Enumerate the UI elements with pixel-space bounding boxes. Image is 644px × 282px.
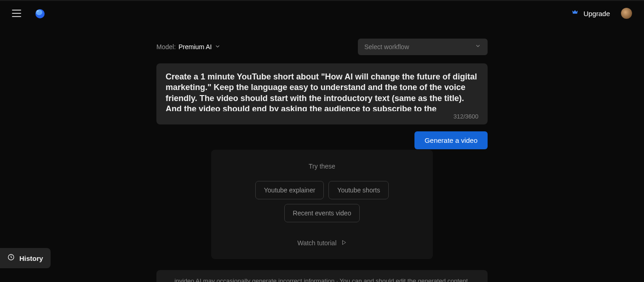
svg-marker-3 — [342, 241, 345, 245]
char-count: 312/3600 — [166, 113, 478, 120]
prompt-input[interactable]: Create a 1 minute YouTube short about "H… — [166, 72, 478, 111]
topbar-left — [12, 8, 45, 19]
history-button[interactable]: History — [0, 248, 51, 268]
menu-button[interactable] — [12, 10, 21, 17]
chip-youtube-shorts[interactable]: Youtube shorts — [328, 181, 389, 199]
chevron-down-icon — [214, 43, 221, 51]
generate-row: Generate a video — [156, 131, 488, 149]
controls-row: Model: Premium AI Select workflow — [156, 39, 488, 55]
suggestions-panel: Try these Youtube explainer Youtube shor… — [211, 150, 433, 259]
workflow-select[interactable]: Select workflow — [358, 39, 488, 55]
play-icon — [341, 239, 347, 247]
upgrade-label: Upgrade — [583, 10, 610, 17]
disclaimer: invideo AI may occasionally generate inc… — [156, 270, 488, 282]
model-selector[interactable]: Model: Premium AI — [156, 43, 221, 51]
upgrade-button[interactable]: Upgrade — [571, 9, 610, 18]
topbar: Upgrade — [0, 1, 644, 26]
crown-icon — [571, 9, 579, 18]
app-logo[interactable] — [34, 8, 45, 19]
chip-recent-events[interactable]: Recent events video — [284, 204, 360, 222]
chip-youtube-explainer[interactable]: Youtube explainer — [255, 181, 324, 199]
avatar[interactable] — [621, 8, 632, 19]
suggestions-heading: Try these — [222, 163, 422, 170]
watch-tutorial-label: Watch tutorial — [297, 239, 336, 247]
model-label: Model: — [156, 43, 176, 51]
watch-tutorial-link[interactable]: Watch tutorial — [297, 239, 346, 247]
svg-point-2 — [37, 10, 39, 12]
prompt-box: Create a 1 minute YouTube short about "H… — [156, 63, 488, 124]
workflow-placeholder: Select workflow — [364, 43, 409, 51]
chevron-down-icon — [475, 43, 481, 51]
generate-button[interactable]: Generate a video — [414, 131, 488, 149]
suggestion-chips: Youtube explainer Youtube shorts Recent … — [222, 181, 422, 222]
svg-point-1 — [36, 10, 42, 15]
history-label: History — [19, 254, 43, 262]
main-content: Model: Premium AI Select workflow Create… — [156, 39, 488, 282]
clock-icon — [7, 254, 15, 263]
model-value: Premium AI — [178, 43, 212, 51]
topbar-right: Upgrade — [571, 8, 632, 19]
